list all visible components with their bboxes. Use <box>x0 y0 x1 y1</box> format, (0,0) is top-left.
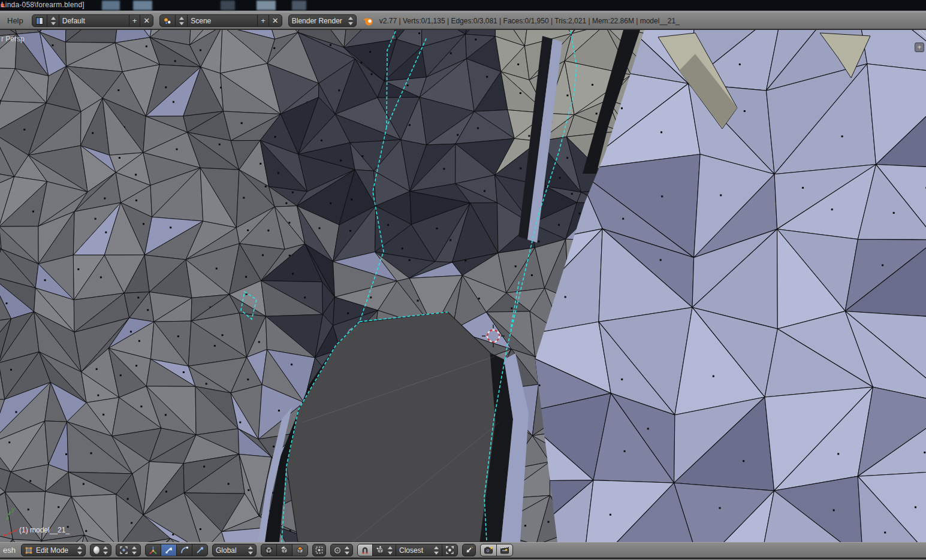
snap-target-center-icon <box>445 546 454 555</box>
remove-layout-button[interactable]: ✕ <box>140 14 153 27</box>
opengl-render-animation-button[interactable] <box>496 544 513 556</box>
snap-toggle-button[interactable] <box>357 544 373 556</box>
opengl-render-cluster <box>480 544 513 556</box>
scene-selector: Scene + ✕ <box>159 14 282 27</box>
proportional-edit-icon <box>334 546 341 555</box>
proportional-edit-dropdown[interactable] <box>330 544 353 556</box>
snap-align-rotation-button[interactable] <box>442 544 458 556</box>
properties-region-expand-button[interactable]: + <box>915 43 924 52</box>
pivot-point-dropdown[interactable] <box>116 544 141 556</box>
snap-peel-button[interactable] <box>462 544 476 556</box>
rotate-manipulator-button[interactable] <box>176 544 192 556</box>
occlude-geometry-icon <box>315 546 324 555</box>
screen-layout-value: Default <box>62 17 126 25</box>
opengl-render-image-button[interactable] <box>480 544 497 556</box>
render-engine-value: Blender Render <box>292 17 345 25</box>
screen-layout-selector: Default + ✕ <box>32 14 154 27</box>
window-title: Linda-058\forearm.blend] <box>1 1 85 9</box>
scene-value: Scene <box>191 17 254 25</box>
opengl-camera-icon <box>484 546 493 555</box>
vertex-select-icon <box>264 546 273 555</box>
screen-layout-field[interactable]: Default <box>59 14 129 27</box>
render-engine-dropdown[interactable]: Blender Render <box>288 14 357 27</box>
layout-grid-icon <box>35 17 44 25</box>
screen-layout-icon-button[interactable] <box>32 14 47 27</box>
transform-orientation-dropdown[interactable]: Global <box>212 544 257 556</box>
screen-layout-spinner[interactable] <box>47 14 59 27</box>
taskbar-thumbnail <box>292 1 306 10</box>
scene-statistics: v2.77 | Verts:0/1,135 | Edges:0/3,081 | … <box>379 17 680 25</box>
scene-field[interactable]: Scene <box>187 14 258 27</box>
3d-viewport[interactable]: x y r Persp (1) model__21_ + <box>0 30 926 542</box>
taskbar-thumbnail <box>102 1 120 10</box>
select-mode-cluster <box>261 544 308 556</box>
snap-target-value: Closest <box>399 546 431 555</box>
snap-self-arrow-icon <box>464 546 473 555</box>
orientation-value: Global <box>216 546 245 555</box>
scene-icon <box>163 17 172 25</box>
taskbar-thumbnail <box>133 1 152 10</box>
remove-scene-button[interactable]: ✕ <box>269 14 282 27</box>
pivot-point-icon <box>119 546 128 555</box>
blender-logo-icon <box>363 16 373 26</box>
clapperboard-icon <box>500 546 509 555</box>
limit-selection-visible-button[interactable] <box>312 544 326 556</box>
menu-mesh-truncated[interactable]: esh <box>2 546 17 555</box>
svg-text:y: y <box>11 505 15 513</box>
snap-magnet-icon <box>361 546 369 555</box>
scale-manipulator-button[interactable] <box>192 544 208 556</box>
edge-select-icon <box>280 546 289 555</box>
blender-window: Linda-058\forearm.blend] Help Default + … <box>0 0 926 560</box>
menu-help[interactable]: Help <box>5 16 26 25</box>
info-header: Help Default + ✕ <box>0 12 926 30</box>
scene-spinner[interactable] <box>175 14 188 27</box>
snap-target-dropdown[interactable]: Closest <box>396 544 442 556</box>
taskbar-thumbnail <box>257 1 276 10</box>
snap-element-dropdown[interactable] <box>372 544 396 556</box>
window-titlebar[interactable]: Linda-058\forearm.blend] <box>0 0 926 11</box>
svg-text:x: x <box>24 528 28 535</box>
snap-cluster: Closest <box>357 544 458 556</box>
viewport-mesh: x y <box>0 30 926 542</box>
mode-dropdown[interactable]: Edit Mode <box>21 544 86 556</box>
viewport-shading-dropdown[interactable] <box>90 544 111 556</box>
viewport-header: esh Edit Mode <box>0 542 926 559</box>
scale-square-icon <box>195 546 204 555</box>
rotate-arc-icon <box>180 546 189 555</box>
scene-icon-button[interactable] <box>159 14 176 27</box>
face-select-button[interactable] <box>292 544 308 556</box>
manipulator-cluster <box>145 544 208 556</box>
translate-manipulator-button[interactable] <box>161 544 177 556</box>
translate-arrow-icon <box>164 546 173 555</box>
snap-element-cube-icon <box>376 546 385 555</box>
shading-sphere-icon <box>93 546 99 554</box>
add-layout-button[interactable]: + <box>129 14 141 27</box>
edge-select-button[interactable] <box>276 544 292 556</box>
taskbar-thumbnail <box>221 1 235 10</box>
mode-value: Edit Mode <box>36 546 74 555</box>
manipulator-axis-icon <box>149 546 158 555</box>
edit-mode-icon <box>25 546 33 555</box>
manipulator-toggle-button[interactable] <box>145 544 161 556</box>
vertex-select-button[interactable] <box>261 544 277 556</box>
add-scene-button[interactable]: + <box>257 14 269 27</box>
face-select-icon <box>295 546 304 555</box>
